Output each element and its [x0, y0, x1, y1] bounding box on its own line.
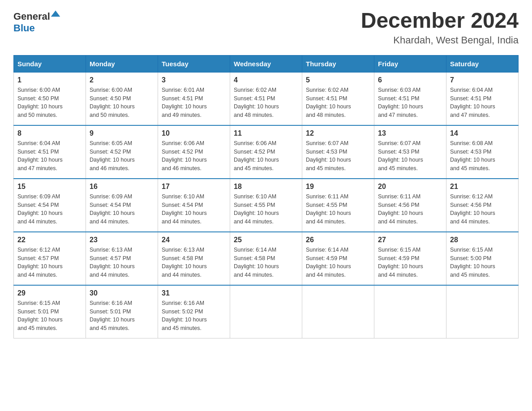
day-info: Sunrise: 6:10 AMSunset: 4:54 PMDaylight:… — [162, 193, 226, 226]
day-number: 19 — [306, 183, 370, 191]
calendar-cell: 15Sunrise: 6:09 AMSunset: 4:54 PMDayligh… — [14, 179, 86, 232]
day-info: Sunrise: 6:07 AMSunset: 4:53 PMDaylight:… — [306, 139, 370, 173]
day-info: Sunrise: 6:09 AMSunset: 4:54 PMDaylight:… — [17, 193, 82, 226]
title-area: December 2024 Khardah, West Bengal, Indi… — [361, 9, 519, 46]
day-number: 20 — [378, 183, 442, 191]
day-number: 26 — [306, 236, 370, 244]
logo-icon — [50, 9, 61, 20]
day-number: 3 — [162, 76, 226, 84]
day-number: 5 — [306, 76, 370, 84]
calendar-cell — [374, 285, 446, 338]
calendar-cell: 13Sunrise: 6:07 AMSunset: 4:53 PMDayligh… — [374, 125, 446, 179]
day-info: Sunrise: 6:11 AMSunset: 4:55 PMDaylight:… — [306, 193, 370, 226]
day-info: Sunrise: 6:14 AMSunset: 4:58 PMDaylight:… — [234, 246, 298, 279]
calendar-cell: 16Sunrise: 6:09 AMSunset: 4:54 PMDayligh… — [86, 179, 158, 232]
day-number: 6 — [378, 76, 442, 84]
weekday-header-tuesday: Tuesday — [158, 55, 230, 72]
calendar-cell: 2Sunrise: 6:00 AMSunset: 4:50 PMDaylight… — [86, 72, 158, 125]
day-number: 4 — [234, 76, 298, 84]
day-info: Sunrise: 6:06 AMSunset: 4:52 PMDaylight:… — [162, 139, 226, 173]
day-info: Sunrise: 6:02 AMSunset: 4:51 PMDaylight:… — [234, 86, 298, 120]
calendar-week-row: 22Sunrise: 6:12 AMSunset: 4:57 PMDayligh… — [14, 232, 519, 285]
day-info: Sunrise: 6:15 AMSunset: 5:00 PMDaylight:… — [450, 246, 515, 279]
calendar-week-row: 29Sunrise: 6:15 AMSunset: 5:01 PMDayligh… — [14, 285, 519, 338]
day-number: 29 — [17, 289, 82, 297]
day-number: 22 — [17, 236, 82, 244]
day-number: 8 — [17, 129, 82, 137]
calendar-cell: 1Sunrise: 6:00 AMSunset: 4:50 PMDaylight… — [14, 72, 86, 125]
day-number: 24 — [162, 236, 226, 244]
calendar-cell: 17Sunrise: 6:10 AMSunset: 4:54 PMDayligh… — [158, 179, 230, 232]
day-info: Sunrise: 6:15 AMSunset: 4:59 PMDaylight:… — [378, 246, 442, 279]
day-info: Sunrise: 6:16 AMSunset: 5:02 PMDaylight:… — [162, 299, 226, 333]
month-title: December 2024 — [361, 9, 519, 33]
day-info: Sunrise: 6:02 AMSunset: 4:51 PMDaylight:… — [306, 86, 370, 120]
day-info: Sunrise: 6:13 AMSunset: 4:57 PMDaylight:… — [90, 246, 154, 279]
day-number: 25 — [234, 236, 298, 244]
calendar-cell: 12Sunrise: 6:07 AMSunset: 4:53 PMDayligh… — [302, 125, 374, 179]
day-info: Sunrise: 6:14 AMSunset: 4:59 PMDaylight:… — [306, 246, 370, 279]
calendar-cell: 27Sunrise: 6:15 AMSunset: 4:59 PMDayligh… — [374, 232, 446, 285]
calendar-cell: 10Sunrise: 6:06 AMSunset: 4:52 PMDayligh… — [158, 125, 230, 179]
calendar-cell: 28Sunrise: 6:15 AMSunset: 5:00 PMDayligh… — [446, 232, 519, 285]
day-number: 18 — [234, 183, 298, 191]
calendar-cell: 23Sunrise: 6:13 AMSunset: 4:57 PMDayligh… — [86, 232, 158, 285]
calendar-cell: 18Sunrise: 6:10 AMSunset: 4:55 PMDayligh… — [230, 179, 302, 232]
location-title: Khardah, West Bengal, India — [361, 34, 519, 46]
day-number: 30 — [90, 289, 154, 297]
weekday-header-wednesday: Wednesday — [230, 55, 302, 72]
weekday-header-friday: Friday — [374, 55, 446, 72]
day-info: Sunrise: 6:07 AMSunset: 4:53 PMDaylight:… — [378, 139, 442, 173]
day-info: Sunrise: 6:00 AMSunset: 4:50 PMDaylight:… — [17, 86, 82, 120]
day-info: Sunrise: 6:12 AMSunset: 4:56 PMDaylight:… — [450, 193, 515, 226]
calendar-cell: 31Sunrise: 6:16 AMSunset: 5:02 PMDayligh… — [158, 285, 230, 338]
day-info: Sunrise: 6:05 AMSunset: 4:52 PMDaylight:… — [90, 139, 154, 173]
weekday-header-sunday: Sunday — [14, 55, 86, 72]
day-number: 14 — [450, 129, 515, 137]
day-info: Sunrise: 6:03 AMSunset: 4:51 PMDaylight:… — [378, 86, 442, 120]
weekday-header-saturday: Saturday — [446, 55, 519, 72]
calendar-week-row: 8Sunrise: 6:04 AMSunset: 4:51 PMDaylight… — [14, 125, 519, 179]
day-info: Sunrise: 6:13 AMSunset: 4:58 PMDaylight:… — [162, 246, 226, 279]
day-info: Sunrise: 6:00 AMSunset: 4:50 PMDaylight:… — [90, 86, 154, 120]
header: General Blue December 2024 Khardah, West… — [13, 9, 519, 46]
weekday-header-monday: Monday — [86, 55, 158, 72]
day-number: 31 — [162, 289, 226, 297]
calendar-cell: 21Sunrise: 6:12 AMSunset: 4:56 PMDayligh… — [446, 179, 519, 232]
day-number: 2 — [90, 76, 154, 84]
day-number: 12 — [306, 129, 370, 137]
calendar-cell: 9Sunrise: 6:05 AMSunset: 4:52 PMDaylight… — [86, 125, 158, 179]
day-number: 17 — [162, 183, 226, 191]
day-number: 27 — [378, 236, 442, 244]
day-number: 1 — [17, 76, 82, 84]
svg-marker-0 — [51, 10, 60, 17]
calendar-cell — [446, 285, 519, 338]
calendar-cell: 14Sunrise: 6:08 AMSunset: 4:53 PMDayligh… — [446, 125, 519, 179]
weekday-header-row: SundayMondayTuesdayWednesdayThursdayFrid… — [14, 55, 519, 72]
calendar-cell: 4Sunrise: 6:02 AMSunset: 4:51 PMDaylight… — [230, 72, 302, 125]
calendar-cell: 29Sunrise: 6:15 AMSunset: 5:01 PMDayligh… — [14, 285, 86, 338]
day-info: Sunrise: 6:01 AMSunset: 4:51 PMDaylight:… — [162, 86, 226, 120]
day-info: Sunrise: 6:12 AMSunset: 4:57 PMDaylight:… — [17, 246, 82, 279]
logo-blue: Blue — [13, 22, 35, 34]
day-info: Sunrise: 6:08 AMSunset: 4:53 PMDaylight:… — [450, 139, 515, 173]
calendar-cell: 6Sunrise: 6:03 AMSunset: 4:51 PMDaylight… — [374, 72, 446, 125]
day-number: 15 — [17, 183, 82, 191]
calendar-week-row: 15Sunrise: 6:09 AMSunset: 4:54 PMDayligh… — [14, 179, 519, 232]
day-info: Sunrise: 6:04 AMSunset: 4:51 PMDaylight:… — [450, 86, 515, 120]
calendar-cell: 20Sunrise: 6:11 AMSunset: 4:56 PMDayligh… — [374, 179, 446, 232]
calendar-cell: 3Sunrise: 6:01 AMSunset: 4:51 PMDaylight… — [158, 72, 230, 125]
logo-general: General — [13, 11, 50, 22]
day-number: 28 — [450, 236, 515, 244]
calendar-cell: 30Sunrise: 6:16 AMSunset: 5:01 PMDayligh… — [86, 285, 158, 338]
day-number: 23 — [90, 236, 154, 244]
calendar-cell: 19Sunrise: 6:11 AMSunset: 4:55 PMDayligh… — [302, 179, 374, 232]
calendar-cell: 5Sunrise: 6:02 AMSunset: 4:51 PMDaylight… — [302, 72, 374, 125]
day-info: Sunrise: 6:10 AMSunset: 4:55 PMDaylight:… — [234, 193, 298, 226]
calendar-cell: 25Sunrise: 6:14 AMSunset: 4:58 PMDayligh… — [230, 232, 302, 285]
day-number: 7 — [450, 76, 515, 84]
calendar-cell: 24Sunrise: 6:13 AMSunset: 4:58 PMDayligh… — [158, 232, 230, 285]
day-number: 13 — [378, 129, 442, 137]
calendar-cell: 26Sunrise: 6:14 AMSunset: 4:59 PMDayligh… — [302, 232, 374, 285]
calendar-week-row: 1Sunrise: 6:00 AMSunset: 4:50 PMDaylight… — [14, 72, 519, 125]
